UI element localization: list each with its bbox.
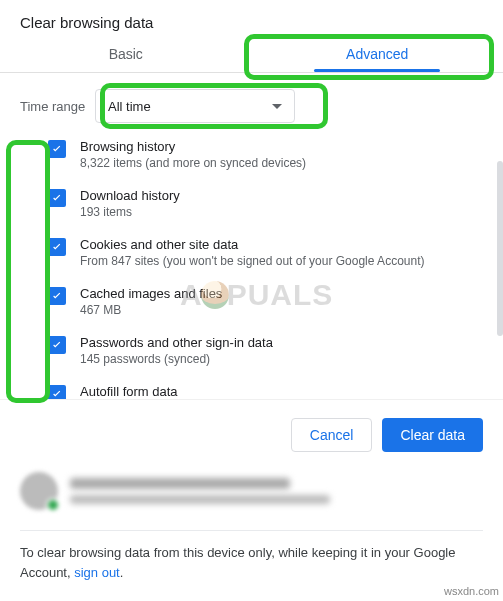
checkbox-download-history[interactable] xyxy=(48,189,66,207)
time-range-label: Time range xyxy=(20,99,95,114)
list-item: Cached images and files 467 MB xyxy=(48,286,483,317)
tabs: Basic Advanced xyxy=(0,33,503,73)
list-item: Browsing history 8,322 items (and more o… xyxy=(48,139,483,170)
account-email-blurred xyxy=(70,495,330,504)
sign-out-link[interactable]: sign out xyxy=(74,565,120,580)
scrollbar[interactable] xyxy=(497,161,503,336)
checkbox-autofill[interactable] xyxy=(48,385,66,399)
list-item: Cookies and other site data From 847 sit… xyxy=(48,237,483,268)
data-type-list: Browsing history 8,322 items (and more o… xyxy=(20,139,483,399)
dialog-actions: Cancel Clear data xyxy=(0,399,503,458)
list-item: Download history 193 items xyxy=(48,188,483,219)
footer-text: To clear browsing data from this device … xyxy=(0,531,503,594)
item-title: Browsing history xyxy=(80,139,306,154)
sync-badge-icon xyxy=(46,498,60,512)
item-title: Passwords and other sign-in data xyxy=(80,335,273,350)
item-sub: 193 items xyxy=(80,205,180,219)
time-range-select[interactable]: All time xyxy=(95,89,295,123)
clear-browsing-data-dialog: Clear browsing data Basic Advanced Time … xyxy=(0,0,503,594)
account-row xyxy=(0,458,503,530)
item-title: Cookies and other site data xyxy=(80,237,424,252)
checkbox-passwords[interactable] xyxy=(48,336,66,354)
checkbox-cached-images[interactable] xyxy=(48,287,66,305)
tab-advanced[interactable]: Advanced xyxy=(252,33,504,72)
dialog-title: Clear browsing data xyxy=(0,0,503,33)
item-sub: 145 passwords (synced) xyxy=(80,352,273,366)
tab-basic[interactable]: Basic xyxy=(0,33,252,72)
time-range-value: All time xyxy=(108,99,151,114)
watermark-site: wsxdn.com xyxy=(444,585,499,597)
checkbox-cookies[interactable] xyxy=(48,238,66,256)
item-title: Download history xyxy=(80,188,180,203)
item-title: Autofill form data xyxy=(80,384,178,399)
account-name-blurred xyxy=(70,478,290,489)
footer-after: . xyxy=(120,565,124,580)
list-item: Autofill form data xyxy=(48,384,483,399)
item-sub: 467 MB xyxy=(80,303,222,317)
clear-data-button[interactable]: Clear data xyxy=(382,418,483,452)
item-sub: 8,322 items (and more on synced devices) xyxy=(80,156,306,170)
avatar xyxy=(20,472,58,510)
checkbox-browsing-history[interactable] xyxy=(48,140,66,158)
item-sub: From 847 sites (you won't be signed out … xyxy=(80,254,424,268)
item-title: Cached images and files xyxy=(80,286,222,301)
list-item: Passwords and other sign-in data 145 pas… xyxy=(48,335,483,366)
chevron-down-icon xyxy=(272,104,282,109)
cancel-button[interactable]: Cancel xyxy=(291,418,373,452)
